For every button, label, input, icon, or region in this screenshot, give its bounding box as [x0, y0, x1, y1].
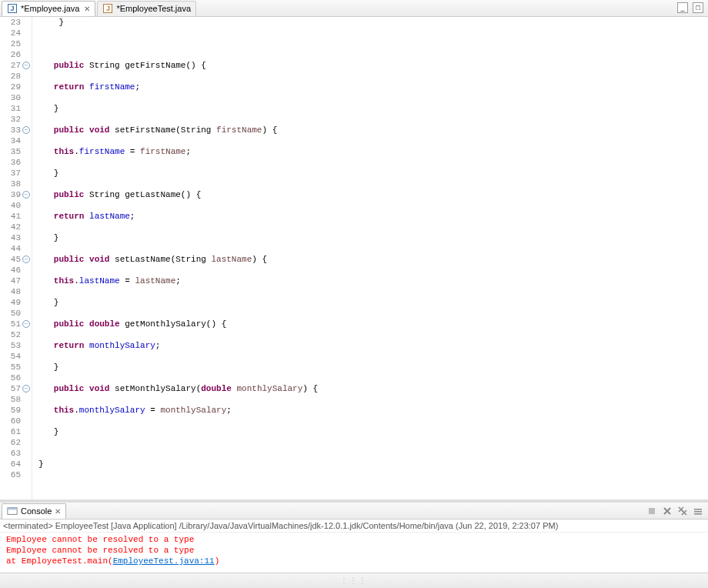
code-line[interactable]: public void setFirstName(String firstNam…: [38, 125, 708, 135]
line-number: 49: [0, 297, 30, 308]
code-line[interactable]: this.firstName = firstName;: [38, 146, 708, 157]
console-line: at EmployeeTest.main(EmployeeTest.java:1…: [6, 556, 702, 566]
code-line[interactable]: return lastName;: [38, 211, 708, 222]
code-line[interactable]: [38, 286, 708, 297]
code-line[interactable]: public String getLastName() {: [38, 189, 708, 200]
remove-all-button[interactable]: [676, 504, 690, 518]
line-number: 40: [0, 200, 30, 211]
code-line[interactable]: [38, 92, 708, 103]
code-line[interactable]: }: [38, 459, 708, 469]
code-line[interactable]: }: [38, 168, 708, 179]
line-number: 26: [0, 49, 30, 60]
code-line[interactable]: }: [38, 297, 708, 308]
close-icon[interactable]: ✕: [55, 507, 61, 516]
line-number: 52: [0, 329, 30, 340]
line-number: 46: [0, 265, 30, 276]
code-line[interactable]: return monthlySalary;: [38, 340, 708, 351]
line-number: 53: [0, 340, 30, 351]
code-line[interactable]: [38, 265, 708, 276]
code-line[interactable]: [38, 308, 708, 319]
code-line[interactable]: [38, 135, 708, 146]
console-menu-button[interactable]: [691, 504, 705, 518]
code-line[interactable]: [38, 351, 708, 362]
minimize-button[interactable]: _: [677, 2, 688, 13]
code-line[interactable]: [38, 200, 708, 211]
stacktrace-link[interactable]: EmployeeTest.java:11: [113, 556, 215, 566]
svg-rect-3: [694, 509, 702, 510]
console-tab-label: Console: [21, 506, 52, 516]
tab-console[interactable]: Console ✕: [2, 503, 66, 519]
code-line[interactable]: [38, 437, 708, 448]
line-number: 43: [0, 232, 30, 243]
fold-toggle-icon[interactable]: −: [22, 191, 30, 199]
code-line[interactable]: [38, 49, 708, 60]
terminate-button[interactable]: [645, 504, 659, 518]
code-line[interactable]: public void setMonthlySalary(double mont…: [38, 383, 708, 394]
maximize-button[interactable]: □: [693, 2, 703, 13]
svg-rect-2: [649, 508, 655, 514]
code-line[interactable]: }: [38, 103, 708, 114]
code-line[interactable]: return firstName;: [38, 82, 708, 92]
code-line[interactable]: }: [38, 362, 708, 373]
code-line[interactable]: [38, 222, 708, 232]
remove-launch-button[interactable]: [660, 504, 674, 518]
line-number: 55: [0, 362, 30, 373]
fold-toggle-icon[interactable]: −: [22, 62, 30, 69]
code-line[interactable]: }: [38, 17, 708, 28]
code-line[interactable]: [38, 394, 708, 405]
resize-grip-icon[interactable]: ⋮⋮⋮: [340, 576, 368, 585]
line-number: 41: [0, 211, 30, 222]
fold-toggle-icon[interactable]: −: [22, 320, 30, 328]
code-line[interactable]: [38, 469, 708, 480]
line-number: 59: [0, 405, 30, 416]
editor-tabbar: J *Employee.java ✕ J *EmployeeTest.java …: [0, 0, 708, 17]
code-line[interactable]: public double getMonthlySalary() {: [38, 319, 708, 329]
fold-toggle-icon[interactable]: −: [22, 385, 30, 393]
fold-toggle-icon[interactable]: −: [22, 256, 30, 263]
line-number: 61: [0, 426, 30, 437]
code-line[interactable]: [38, 114, 708, 125]
code-line[interactable]: [38, 157, 708, 168]
code-editor[interactable]: 2324252627−282930313233−343536373839−404…: [0, 17, 708, 499]
console-launch-info: <terminated> EmployeeTest [Java Applicat…: [0, 520, 708, 533]
code-line[interactable]: [38, 416, 708, 426]
line-number: 31: [0, 103, 30, 114]
fold-toggle-icon[interactable]: −: [22, 126, 30, 134]
line-number: 36: [0, 157, 30, 168]
code-line[interactable]: [38, 373, 708, 383]
code-line[interactable]: }: [38, 426, 708, 437]
line-number: 47: [0, 276, 30, 286]
console-toolbar: [645, 504, 705, 518]
line-number: 44: [0, 243, 30, 254]
code-line[interactable]: [38, 38, 708, 49]
code-line[interactable]: this.monthlySalary = monthlySalary;: [38, 405, 708, 416]
close-icon[interactable]: ✕: [84, 5, 90, 13]
line-number: 63: [0, 448, 30, 459]
code-area[interactable]: } public String getFirstName() { return …: [32, 17, 708, 499]
code-line[interactable]: [38, 243, 708, 254]
code-line[interactable]: [38, 448, 708, 459]
code-line[interactable]: [38, 179, 708, 189]
code-line[interactable]: public String getFirstName() {: [38, 60, 708, 71]
code-line[interactable]: [38, 28, 708, 38]
tab-employee-java[interactable]: J *Employee.java ✕: [2, 1, 95, 16]
tab-employeetest-java[interactable]: J *EmployeeTest.java: [97, 1, 196, 16]
line-number: 50: [0, 308, 30, 319]
code-line[interactable]: [38, 329, 708, 340]
line-number: 24: [0, 28, 30, 38]
line-number: 25: [0, 38, 30, 49]
status-bar: ⋮⋮⋮: [0, 573, 708, 588]
line-number: 32: [0, 114, 30, 125]
line-number: 58: [0, 394, 30, 405]
console-output[interactable]: Employee cannot be resolved to a type Em…: [0, 533, 708, 573]
java-file-icon: J: [102, 3, 113, 14]
line-number: 48: [0, 286, 30, 297]
code-line[interactable]: public void setLastName(String lastName)…: [38, 254, 708, 265]
line-number: 65: [0, 469, 30, 480]
window-controls: _ □: [677, 2, 703, 13]
code-line[interactable]: this.lastName = lastName;: [38, 276, 708, 286]
line-number: 45−: [0, 254, 30, 265]
code-line[interactable]: [38, 71, 708, 82]
line-number: 54: [0, 351, 30, 362]
code-line[interactable]: }: [38, 232, 708, 243]
